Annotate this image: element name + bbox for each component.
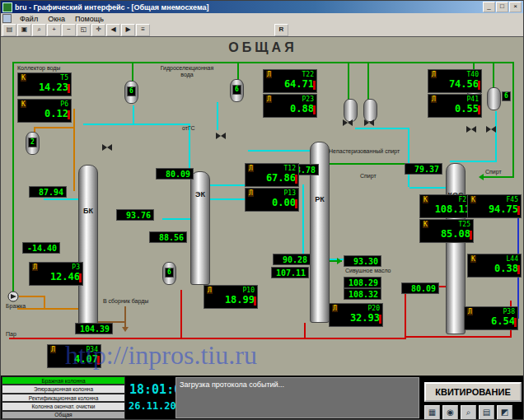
pipe-segment [12, 62, 513, 63]
zoom-in-icon[interactable]: + [47, 24, 61, 36]
fit-icon[interactable]: ◱ [77, 24, 91, 36]
instrument-P34[interactable]: ЛP344.07 [47, 344, 101, 368]
legend-item-ek[interactable]: Эпюрационная колонна [2, 385, 125, 393]
instrument-P23[interactable]: ЛP230.88 [263, 94, 317, 118]
document-icon [2, 14, 12, 23]
instrument-P20[interactable]: ЛP2032.93 [329, 303, 383, 327]
back-icon[interactable]: ◀ [106, 24, 120, 36]
instrument-prefix: К [423, 196, 428, 203]
instrument-prefix: Л [431, 71, 437, 78]
instrument-value: 32.93 [332, 312, 380, 324]
pipe-segment [367, 63, 369, 100]
instrument-tag: P34 [87, 346, 98, 353]
pan-icon[interactable]: ✛ [91, 24, 105, 36]
minimize-button[interactable]: _ [483, 2, 495, 12]
scheme-title: ОБЩАЯ [1, 40, 524, 55]
instrument-T40[interactable]: ЛT4074.56 [428, 69, 482, 93]
zoom-icon[interactable]: ⌕ [32, 24, 46, 36]
legend-item-rk[interactable]: Ректификационная колонна [2, 394, 125, 402]
display-value: 88.56 [149, 231, 187, 243]
maximize-button[interactable]: □ [496, 2, 508, 12]
app-icon [2, 2, 12, 12]
pipe-segment [408, 128, 409, 187]
legend-item-bk[interactable]: Бражная колонна [2, 376, 125, 385]
r-button[interactable]: R [274, 24, 288, 36]
pipe-segment [355, 128, 408, 129]
column-legend: Бражная колонна Эпюрационная колонна Рек… [2, 376, 125, 419]
instrument-L44[interactable]: КL440.38 [467, 254, 522, 278]
instrument-T25[interactable]: КT2585.08 [419, 219, 474, 243]
app-window: bru - Графический интерфейс - [Общая мне… [0, 0, 524, 420]
instrument-prefix: Л [332, 305, 338, 312]
instrument-tag: P23 [302, 96, 314, 103]
instrument-P38[interactable]: ЛP386.54 [464, 306, 518, 330]
instrument-value: 12.46 [32, 271, 80, 282]
zoom-out-icon[interactable]: − [62, 24, 76, 36]
acknowledge-button[interactable]: КВИТИРОВАНИЕ [424, 382, 522, 402]
valve-icon[interactable] [215, 128, 227, 137]
pipe-segment [495, 111, 497, 161]
close-button[interactable]: × [509, 2, 522, 12]
pipe-segment [73, 109, 75, 191]
chart-icon[interactable]: ▦ [424, 405, 440, 420]
instrument-P41[interactable]: ЛP410.55 [428, 94, 482, 118]
valve-icon[interactable] [101, 140, 113, 148]
instrument-P6[interactable]: КP60.12 [17, 99, 72, 123]
label-spirit-right: Спирт [485, 169, 502, 175]
column-bk[interactable]: БК [78, 165, 98, 326]
instrument-tag: P20 [368, 305, 380, 312]
window-icon[interactable]: ◩ [497, 405, 512, 420]
pipe-segment [208, 198, 245, 200]
pipe-segment [409, 187, 446, 189]
instrument-F27[interactable]: КF27108.11 [419, 194, 474, 218]
status-bar: Бражная колонна Эпюрационная колонна Рек… [1, 376, 524, 420]
instrument-P3[interactable]: ЛP312.46 [29, 262, 83, 286]
toolbar: ▤ ▣ ⌕ + − ◱ ✛ ◀ ▶ ≡ R [1, 24, 523, 37]
event-log-panel[interactable]: Загрузка протокола событий... [175, 377, 419, 418]
instrument-value: 67.86 [248, 172, 296, 184]
pipe-segment [34, 127, 75, 128]
search-icon[interactable]: ⌕ [461, 405, 476, 420]
menu-help[interactable]: Помощь [70, 15, 109, 23]
instrument-prefix: К [21, 74, 26, 82]
instrument-P13[interactable]: ЛP130.00 [245, 188, 299, 212]
instrument-tag: F45 [507, 196, 518, 203]
pipe-segment [237, 63, 239, 80]
menu-file[interactable]: Файл [15, 15, 43, 23]
pipe-segment [162, 218, 190, 220]
list-icon[interactable]: ≡ [136, 24, 150, 36]
instrument-T22[interactable]: ЛT2264.71 [263, 69, 317, 93]
label-to-bard-collector: В сборник барды [103, 298, 151, 305]
forward-icon[interactable]: ▶ [121, 24, 135, 36]
instrument-value: 108.11 [423, 203, 470, 215]
pages-icon[interactable]: ▤ [2, 24, 16, 36]
column-ek[interactable]: ЭК [190, 171, 210, 285]
instrument-tag: T25 [459, 221, 470, 228]
column-kos[interactable]: КОС [446, 163, 466, 334]
report-icon[interactable]: ▤ [479, 405, 494, 420]
instrument-tag: P6 [60, 100, 68, 108]
flow-arrow [337, 258, 342, 264]
globe-icon[interactable]: ◉ [442, 405, 458, 420]
valve-icon[interactable] [485, 122, 497, 130]
vessel-label: 2 [28, 138, 37, 147]
instrument-P10[interactable]: ЛP1018.99 [204, 285, 258, 309]
legend-item-kos[interactable]: Колонна окончат. очистки [2, 402, 125, 410]
instrument-value: 0.00 [248, 197, 296, 208]
label-water-collector: Коллектор воды [17, 65, 60, 72]
valve-icon[interactable] [363, 115, 375, 124]
pipe-segment [450, 161, 497, 162]
instrument-F45[interactable]: КF4594.75 [467, 194, 522, 218]
valve-icon[interactable] [466, 122, 477, 130]
instrument-value: 0.88 [266, 103, 314, 114]
pipe-segment [132, 63, 133, 82]
menu-windows[interactable]: Окна [43, 15, 70, 23]
pump-icon[interactable] [7, 291, 19, 302]
pipe-segment [217, 102, 218, 130]
valve-icon[interactable] [342, 115, 353, 124]
instrument-T5[interactable]: КT514.23 [17, 72, 72, 96]
instrument-prefix: Л [467, 308, 473, 315]
open-icon[interactable]: ▣ [17, 24, 31, 36]
instrument-T12[interactable]: ЛT1267.86 [245, 163, 299, 187]
legend-item-common[interactable]: Общая [2, 411, 125, 419]
